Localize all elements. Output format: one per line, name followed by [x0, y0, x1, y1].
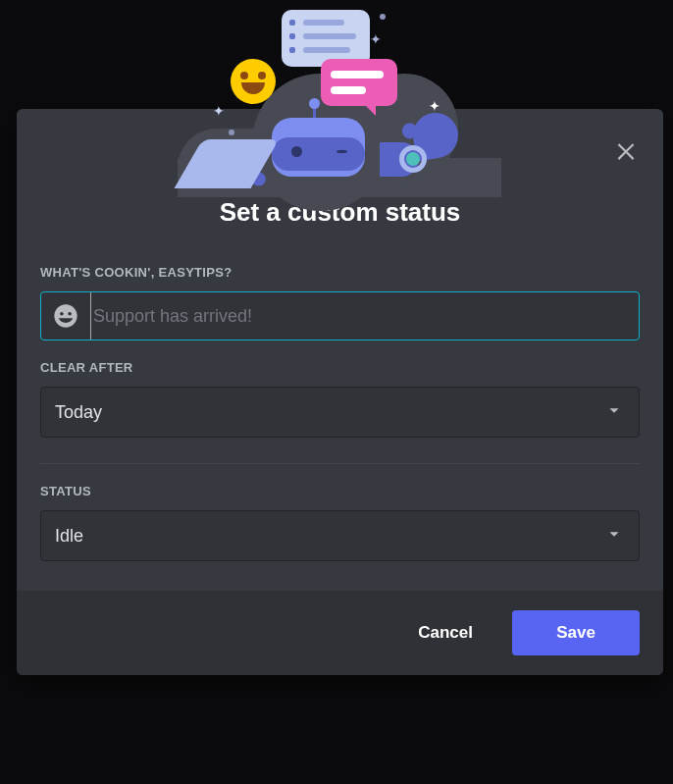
status-value: Idle: [55, 526, 83, 547]
save-button[interactable]: Save: [512, 610, 640, 655]
status-label: Status: [40, 484, 640, 498]
smile-icon: [52, 302, 79, 330]
hero-illustration: ✦ ✦ ✦: [193, 20, 488, 197]
clear-after-label: Clear After: [40, 360, 640, 375]
chevron-down-icon: [603, 399, 625, 425]
close-icon: [613, 137, 639, 163]
emoji-picker-button[interactable]: [51, 301, 80, 331]
chevron-down-icon: [603, 523, 625, 549]
status-prompt-label: What's cookin', EasyTips?: [40, 265, 640, 280]
close-button[interactable]: [608, 132, 644, 168]
clear-after-value: Today: [55, 402, 102, 423]
divider: [40, 463, 640, 464]
status-text-input[interactable]: [90, 292, 629, 340]
status-input-container: [40, 291, 640, 340]
clear-after-select[interactable]: Today: [40, 387, 640, 438]
custom-status-modal: ✦ ✦ ✦ Set a custom status What's cookin'…: [17, 109, 663, 675]
modal-footer: Cancel Save: [17, 591, 663, 675]
cancel-button[interactable]: Cancel: [392, 610, 498, 655]
status-select[interactable]: Idle: [40, 510, 640, 561]
